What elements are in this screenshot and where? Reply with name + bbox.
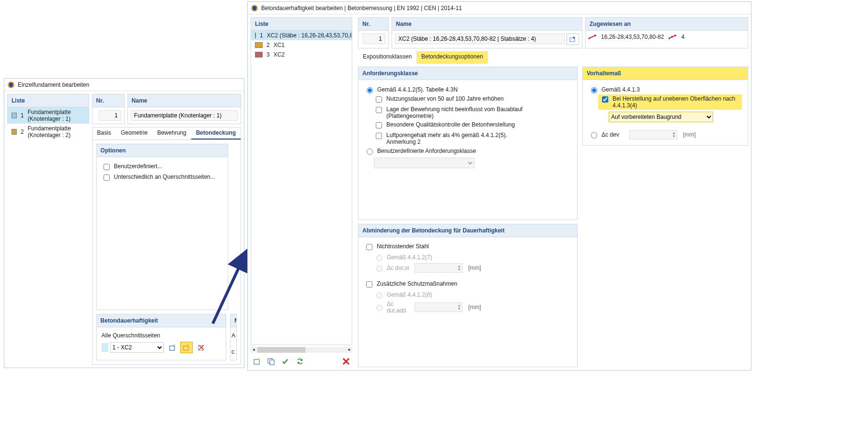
svg-marker-4 (187, 344, 189, 346)
row-dcduradd: Δc dur,add ▲▼ [mm] (374, 300, 571, 315)
chk-nichtrostend[interactable]: Nichtrostender Stahl (364, 242, 571, 253)
nr-header: Nr. (93, 94, 124, 107)
list-item-index: 1 (21, 112, 24, 119)
opt-label: Unterschiedlich an Querschnittsseiten... (114, 174, 215, 180)
radio-gem-4412-input[interactable] (367, 87, 373, 93)
tab-basis[interactable]: Basis (93, 127, 116, 139)
chk-schutz[interactable]: Zusätzliche Schutzmaßnahmen (364, 279, 571, 290)
radio-label: Benutzerdefinierte Anforderungsklasse (377, 148, 476, 154)
dialog-foundation: Einzelfundament bearbeiten Liste 1 Funda… (4, 78, 244, 368)
assigned-sets: 4 (681, 34, 684, 40)
list-item-label: Fundamentplatte (Knotenlager : 1) (28, 109, 85, 122)
svg-rect-10 (254, 359, 259, 364)
baugrund-select[interactable]: Auf vorbereiteten Baugrund (609, 112, 713, 122)
pencil-icon (569, 35, 577, 43)
radio-benutzerdefiniert[interactable]: Benutzerdefinierte Anforderungsklasse (364, 146, 571, 156)
assigned-members: 16,26-28,43,53,70,80-82 (601, 34, 664, 40)
dur-name-input[interactable] (395, 34, 565, 44)
xc2-color-swatch (102, 343, 108, 352)
anforderungsklasse-header: Anforderungsklasse (359, 67, 577, 80)
list-item-index: 2 (21, 128, 24, 135)
vorhaltemass-header: Vorhaltemaß (583, 67, 748, 80)
toolbar-check-button[interactable] (279, 356, 292, 367)
dur-nr-input[interactable] (363, 34, 385, 44)
color-swatch (255, 52, 263, 58)
tab-betondeckungsoptionen[interactable]: Betondeckungsoptionen (417, 51, 488, 64)
opt-benutzerdefiniert-checkbox[interactable] (104, 164, 110, 170)
foundation-list-item-1[interactable]: 1 Fundamentplatte (Knotenlager : 1) (8, 107, 89, 124)
toolbar-sync-button[interactable] (294, 356, 306, 367)
foundation-list-item-2[interactable]: 2 Fundamentplatte (Knotenlager : 2) (8, 124, 89, 140)
dialog-durability: Betondauerhaftigkeit bearbeiten | Betonb… (247, 1, 752, 370)
toolbar-close-button[interactable] (340, 356, 352, 367)
radio-4413-input[interactable] (591, 87, 597, 93)
toolbar-copy-button[interactable] (265, 356, 278, 367)
chk-lage-bewehrung[interactable]: Lage der Bewehrung nicht beeinflusst vom… (374, 105, 571, 120)
list-item-label: Fundamentplatte (Knotenlager : 2) (28, 125, 85, 139)
chk-qualitaet[interactable]: Besondere Qualitätskontrolle der Betonhe… (374, 120, 571, 131)
horizontal-scrollbar[interactable]: ◂ ▸ (251, 347, 352, 353)
zugewiesen-header: Zugewiesen an (586, 18, 748, 31)
radio-gem-4412[interactable]: Gemäß 4.4.1.2(5). Tabelle 4.3N (364, 85, 571, 94)
toolbar-new-button[interactable] (251, 356, 263, 367)
sync-icon (296, 357, 304, 366)
dialog-foundation-title: Einzelfundament bearbeiten (18, 79, 89, 91)
svg-marker-2 (173, 344, 175, 346)
svg-point-23 (671, 36, 673, 38)
member-icon (589, 35, 596, 39)
radio-dcdev-input[interactable] (591, 132, 597, 139)
durability-list-item-3[interactable]: 3 XC2 (251, 50, 352, 59)
tab-geometrie[interactable]: Geometrie (116, 127, 152, 139)
check-icon (281, 357, 290, 366)
durability-list-item-1[interactable]: 1 XC2 (Stäbe : 16,26-28,43,53,70,80-8 (251, 31, 352, 40)
radio-4413[interactable]: Gemäß 4.4.1.3 (589, 85, 742, 94)
chk-uneben[interactable]: Bei Herstellung auf unebenen Oberflächen… (598, 94, 742, 110)
svg-point-19 (594, 35, 596, 36)
dur-name-header: Name (392, 18, 582, 31)
list-item-index: 3 (266, 51, 270, 58)
opt-unterschiedlich[interactable]: Unterschiedlich an Querschnittsseiten... (102, 173, 223, 183)
c-label: c (231, 348, 235, 355)
svg-rect-3 (184, 346, 188, 350)
tab-bewehrung[interactable]: Bewehrung (152, 127, 191, 139)
durability-select[interactable]: 1 - XC2 (110, 342, 164, 353)
dialog-durability-title-bar[interactable]: Betondauerhaftigkeit bearbeiten | Betonb… (248, 2, 751, 14)
list-item-index: 1 (260, 32, 263, 39)
name-input[interactable] (131, 110, 238, 121)
chk-nutzungsdauer[interactable]: Nutzungsdauer von 50 auf 100 Jahre erhöh… (374, 94, 571, 105)
set-icon (669, 35, 676, 39)
nr-input[interactable] (99, 110, 121, 121)
list-item-label: XC2 (274, 51, 285, 58)
radio-4412-8: Gemäß 4.4.1.2(8) (374, 290, 571, 300)
opt-label: Benutzerdefiniert... (114, 163, 162, 170)
tab-expositionsklassen[interactable]: Expositionsklassen (358, 51, 417, 64)
opt-benutzerdefiniert[interactable]: Benutzerdefiniert... (102, 162, 223, 173)
delete-button[interactable] (195, 342, 207, 353)
radio-4412-7: Gemäß 4.4.1.2(7) (374, 253, 571, 262)
dialog-foundation-title-bar[interactable]: Einzelfundament bearbeiten (4, 79, 244, 91)
radio-dcdev[interactable]: Δc dev ▲▼ [mm] (589, 129, 742, 140)
durability-list-item-2[interactable]: 2 XC1 (251, 40, 352, 50)
svg-point-24 (674, 35, 676, 36)
all-sides-label: Alle Querschnittsseiten (102, 332, 221, 339)
chk-uneben-input[interactable] (602, 96, 608, 103)
svg-rect-1 (170, 346, 174, 350)
svg-line-17 (589, 35, 595, 38)
edit-icon (183, 344, 190, 351)
dcdurst-input: ▲▼ (415, 263, 463, 273)
abminderung-header: Abminderung der Betondeckung für Dauerha… (359, 224, 577, 237)
color-swatch (255, 33, 256, 38)
new-icon (168, 344, 176, 351)
durability-header: Betondauerhaftigkeit (97, 314, 226, 327)
radio-benutzerdefiniert-input[interactable] (367, 149, 373, 155)
chk-luftporen[interactable]: Luftporengehalt mehr als 4% gemäß 4.4.1.… (374, 131, 571, 146)
dcduradd-input: ▲▼ (415, 302, 463, 312)
new-button[interactable] (166, 342, 178, 353)
rename-button[interactable] (567, 34, 579, 45)
foundation-tabbar: Basis Geometrie Bewehrung Betondeckung (93, 127, 241, 140)
tab-betondeckung[interactable]: Betondeckung (191, 127, 241, 139)
edit-button[interactable] (180, 342, 193, 353)
opt-unterschiedlich-checkbox[interactable] (104, 174, 110, 181)
foundation-list-header: Liste (8, 94, 89, 107)
foundation-list-pane: Liste 1 Fundamentplatte (Knotenlager : 1… (4, 91, 92, 368)
